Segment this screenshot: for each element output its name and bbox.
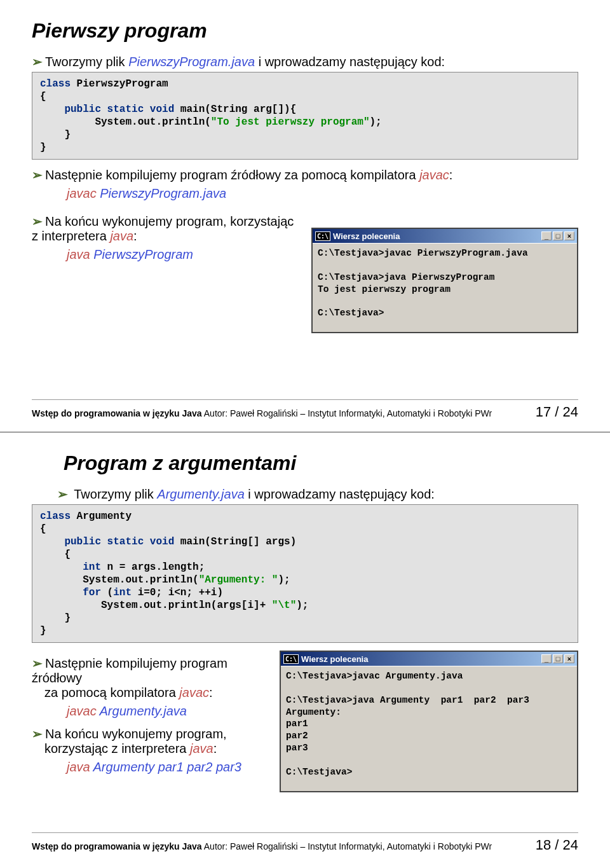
slide-title: Program z argumentami xyxy=(64,451,578,475)
console-titlebar: C:\ Wiersz polecenia _ □ × xyxy=(313,229,577,243)
bullet-arrow-icon: ➢ xyxy=(32,55,43,69)
close-button[interactable]: × xyxy=(564,654,574,663)
console-titlebar: C:\ Wiersz polecenia _ □ × xyxy=(281,652,577,666)
footer-author: Autor: Paweł Rogaliński – Instytut Infor… xyxy=(202,841,492,851)
bullet-compile: ➢Następnie kompilujemy program źródłowy … xyxy=(32,656,267,700)
slide-title: Pierwszy program xyxy=(32,19,578,43)
cmd-icon: C:\ xyxy=(315,231,330,241)
code-argumenty: class Argumenty { public static void mai… xyxy=(32,504,578,643)
console-title: Wiersz polecenia xyxy=(301,654,368,664)
bullet-arrow-icon: ➢ xyxy=(32,727,43,741)
close-button[interactable]: × xyxy=(564,231,574,240)
minimize-button[interactable]: _ xyxy=(541,231,552,240)
code-pierwszy-program: class PierwszyProgram { public static vo… xyxy=(32,72,578,160)
bullet-run: ➢Na końcu wykonujemy program, korzystają… xyxy=(32,726,267,756)
slide-17: Pierwszy program ➢Tworzymy plik Pierwszy… xyxy=(0,0,610,432)
maximize-button[interactable]: □ xyxy=(553,231,563,240)
bullet-arrow-icon: ➢ xyxy=(32,656,43,670)
page-number: 18 / 24 xyxy=(536,837,578,853)
bullet-compile: ➢Następnie kompilujemy program źródłowy … xyxy=(32,167,578,183)
console-title: Wiersz polecenia xyxy=(333,231,400,241)
minimize-button[interactable]: _ xyxy=(541,654,552,663)
footer-author: Autor: Paweł Rogaliński – Instytut Infor… xyxy=(202,408,492,418)
bullet-create-file: ➢Tworzymy plik PierwszyProgram.java i wp… xyxy=(32,54,578,69)
bullet-run: ➢Na końcu wykonujemy program, korzystają… xyxy=(32,214,299,244)
bullet-arrow-icon: ➢ xyxy=(57,487,68,501)
console-output: C:\Testjava>javac Argumenty.java C:\Test… xyxy=(281,666,577,791)
footer-title: Wstęp do programowania w języku Java xyxy=(32,408,202,418)
command-java: java Argumenty par1 par2 par3 xyxy=(67,760,267,775)
bullet-arrow-icon: ➢ xyxy=(32,168,43,182)
console-window: C:\ Wiersz polecenia _ □ × C:\Testjava>j… xyxy=(311,228,578,333)
bullet-arrow-icon: ➢ xyxy=(32,214,43,228)
command-javac: javac Argumenty.java xyxy=(67,704,267,719)
footer-title: Wstęp do programowania w języku Java xyxy=(32,841,202,851)
command-javac: javac PierwszyProgram.java xyxy=(67,186,578,201)
slide-18: Program z argumentami ➢ Tworzymy plik Ar… xyxy=(0,432,610,865)
console-window: C:\ Wiersz polecenia _ □ × C:\Testjava>j… xyxy=(280,651,578,792)
footer: Wstęp do programowania w języku Java Aut… xyxy=(32,399,578,420)
bullet-create-file: ➢ Tworzymy plik Argumenty.java i wprowad… xyxy=(57,486,578,502)
footer: Wstęp do programowania w języku Java Aut… xyxy=(32,832,578,853)
command-java: java PierwszyProgram xyxy=(67,247,299,262)
maximize-button[interactable]: □ xyxy=(553,654,563,663)
console-output: C:\Testjava>javac PierwszyProgram.java C… xyxy=(313,243,577,332)
cmd-icon: C:\ xyxy=(283,654,299,664)
page-number: 17 / 24 xyxy=(536,404,578,420)
